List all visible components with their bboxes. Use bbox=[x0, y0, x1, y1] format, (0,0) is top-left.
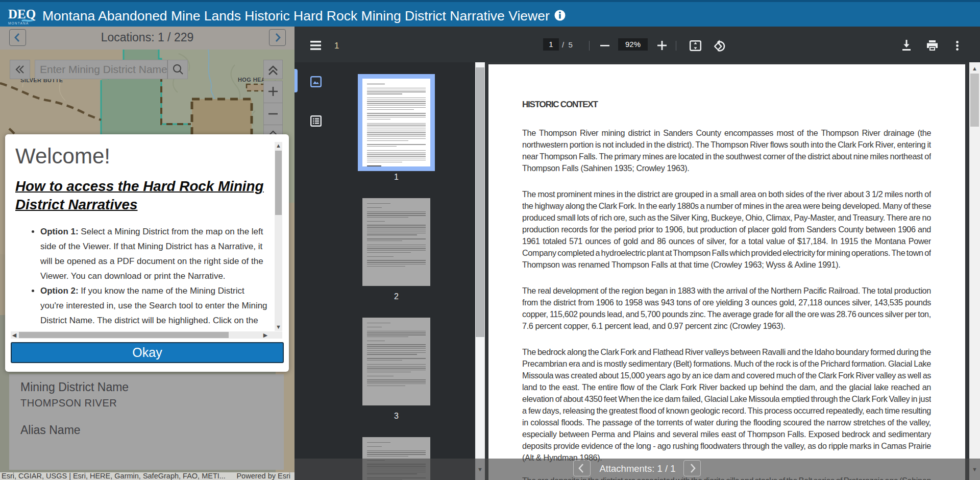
svg-text:MONTANA: MONTANA bbox=[8, 21, 29, 25]
svg-text:DEQ: DEQ bbox=[8, 7, 36, 21]
